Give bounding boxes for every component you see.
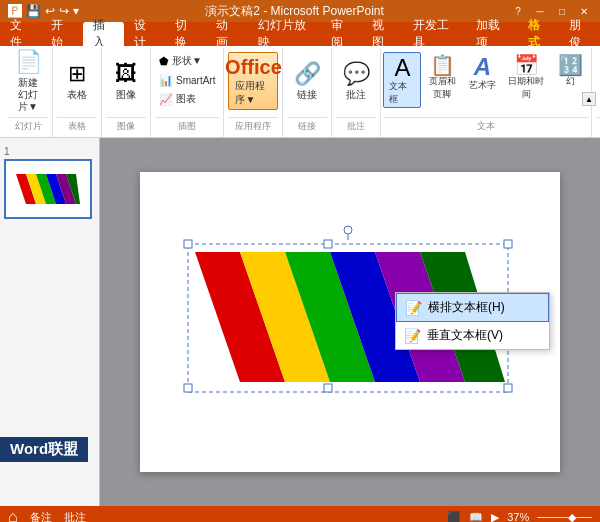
tab-slideshow[interactable]: 幻灯片放映 — [248, 22, 321, 46]
view-normal-icon[interactable]: ⬛ — [447, 511, 461, 523]
svg-rect-18 — [184, 384, 192, 392]
group-text: A 文本框 📋 页眉和页脚 A 艺术字 📅 日期和时间 🔢 幻 — [381, 48, 592, 137]
shapes-button[interactable]: ⬟ 形状▼ — [155, 52, 219, 70]
tab-addins[interactable]: 加载项 — [466, 22, 518, 46]
title-bar-controls: ? ─ □ ✕ — [510, 4, 592, 18]
comment-button[interactable]: 💬 批注 — [336, 52, 376, 110]
ribbon-content: 📄 新建幻灯片▼ 幻灯片 ⊞ 表格 表格 🖼 图像 — [0, 46, 600, 138]
vertical-textbox-icon: 📝 — [404, 328, 421, 344]
tab-insert[interactable]: 插入 — [83, 22, 124, 46]
smartart-label: SmartArt — [176, 75, 215, 86]
qat-redo[interactable]: ↪ — [59, 4, 69, 18]
close-button[interactable]: ✕ — [576, 4, 592, 18]
tab-review[interactable]: 审阅 — [321, 22, 362, 46]
textbox-dropdown: 📝 横排文本框(H) 📝 垂直文本框(V) — [395, 292, 550, 350]
comment-icon: 💬 — [343, 61, 370, 87]
horizontal-textbox-icon: 📝 — [405, 300, 422, 316]
tab-view[interactable]: 视图 — [362, 22, 403, 46]
ribbon-tabs: 文件 开始 插入 设计 切换 动画 幻灯片放映 审阅 视图 开发工具 加载项 格… — [0, 22, 600, 46]
new-slide-button[interactable]: 📄 新建幻灯片▼ — [8, 52, 48, 110]
tab-user[interactable]: 朋俊 — [559, 22, 600, 46]
new-slide-label: 新建幻灯片▼ — [14, 77, 42, 113]
maximize-button[interactable]: □ — [554, 4, 570, 18]
status-bar: ⌂ 备注 批注 ⬛ 📖 ▶ 37% ────◆── — [0, 506, 600, 522]
comments-group-label: 批注 — [336, 117, 376, 135]
shapes-icon: ⬟ — [159, 55, 169, 68]
tab-format[interactable]: 格式 — [518, 22, 559, 46]
image-label: 图像 — [116, 89, 136, 101]
qat-save[interactable]: 💾 — [26, 4, 41, 18]
tab-design[interactable]: 设计 — [124, 22, 165, 46]
svg-point-21 — [344, 226, 352, 234]
image-button[interactable]: 🖼 图像 — [106, 52, 146, 110]
tab-animations[interactable]: 动画 — [206, 22, 247, 46]
group-office-apps: Office 应用程序▼ 应用程序 — [224, 48, 283, 137]
annotation-status[interactable]: 批注 — [64, 510, 86, 523]
zoom-level: 37% — [507, 511, 529, 522]
textbox-icon: A — [394, 56, 410, 80]
table-button[interactable]: ⊞ 表格 — [57, 52, 97, 110]
main-area: 1 — [0, 138, 600, 506]
ribbon-collapse-button[interactable]: ▲ — [582, 92, 596, 106]
view-reading-icon[interactable]: 📖 — [469, 511, 483, 523]
help-button[interactable]: ? — [510, 4, 526, 18]
svg-rect-16 — [324, 240, 332, 248]
svg-rect-15 — [184, 240, 192, 248]
wordart-button[interactable]: A 艺术字 — [463, 52, 501, 108]
slide-thumbnail[interactable] — [4, 159, 92, 219]
chart-button[interactable]: 📈 图表 — [155, 90, 219, 108]
textbox-label: 文本框 — [389, 80, 415, 106]
qat-undo[interactable]: ↩ — [45, 4, 55, 18]
status-right: ⬛ 📖 ▶ 37% ────◆── — [447, 511, 592, 523]
ribbon: 📄 新建幻灯片▼ 幻灯片 ⊞ 表格 表格 🖼 图像 — [0, 46, 600, 138]
symbol-group-label: 批注 — [596, 117, 600, 135]
vertical-textbox-item[interactable]: 📝 垂直文本框(V) — [396, 322, 549, 349]
office-apps-group-label: 应用程序 — [228, 117, 278, 135]
datetime-button[interactable]: 📅 日期和时间 — [503, 52, 549, 108]
slide-canvas[interactable]: 📝 横排文本框(H) 📝 垂直文本框(V) — [140, 172, 560, 472]
horizontal-textbox-item[interactable]: 📝 横排文本框(H) — [396, 293, 549, 322]
svg-rect-17 — [504, 240, 512, 248]
shapes-label: 形状▼ — [172, 54, 202, 68]
comment-label: 批注 — [346, 89, 366, 101]
links-group-label: 链接 — [287, 117, 327, 135]
horizontal-textbox-label: 横排文本框(H) — [428, 299, 505, 316]
table-icon: ⊞ — [68, 61, 86, 87]
view-slideshow-icon[interactable]: ▶ — [491, 511, 499, 523]
datetime-icon: 📅 — [514, 55, 539, 75]
group-images: 🖼 图像 图像 — [102, 48, 151, 137]
link-button[interactable]: 🔗 链接 — [287, 52, 327, 110]
text-group-label: 文本 — [383, 117, 589, 135]
symbol-button[interactable]: Ω 符号 — [596, 52, 600, 110]
minimize-button[interactable]: ─ — [532, 4, 548, 18]
qat-more[interactable]: ▾ — [73, 4, 79, 18]
tab-developer[interactable]: 开发工具 — [403, 22, 466, 46]
slides-group-label: 幻灯片 — [8, 117, 48, 135]
comment-status[interactable]: 备注 — [30, 510, 52, 523]
textbox-button[interactable]: A 文本框 — [383, 52, 421, 108]
status-left: ⌂ 备注 批注 — [8, 508, 86, 522]
group-tables: ⊞ 表格 表格 — [53, 48, 102, 137]
tab-home[interactable]: 开始 — [41, 22, 82, 46]
canvas-area: 📝 横排文本框(H) 📝 垂直文本框(V) — [100, 138, 600, 506]
link-icon: 🔗 — [294, 61, 321, 87]
zoom-slider[interactable]: ────◆── — [537, 511, 592, 523]
slidenum-icon: 🔢 — [558, 55, 583, 75]
office-apps-label: 应用程序▼ — [235, 79, 271, 107]
office-apps-icon: Office — [225, 56, 282, 79]
smartart-button[interactable]: 📊 SmartArt — [155, 71, 219, 89]
link-label: 链接 — [297, 89, 317, 101]
tab-file[interactable]: 文件 — [0, 22, 41, 46]
slide-number: 1 — [4, 146, 95, 157]
header-footer-button[interactable]: 📋 页眉和页脚 — [423, 52, 461, 108]
new-slide-icon: 📄 — [15, 49, 42, 75]
wordlm-badge: Word联盟 — [0, 437, 88, 462]
image-icon: 🖼 — [115, 61, 137, 87]
group-links: 🔗 链接 链接 — [283, 48, 332, 137]
tab-transitions[interactable]: 切换 — [165, 22, 206, 46]
illustrations-group-label: 插图 — [155, 117, 219, 135]
images-group-label: 图像 — [106, 117, 146, 135]
chart-label: 图表 — [176, 92, 196, 106]
office-apps-button[interactable]: Office 应用程序▼ — [228, 52, 278, 110]
svg-rect-20 — [504, 384, 512, 392]
